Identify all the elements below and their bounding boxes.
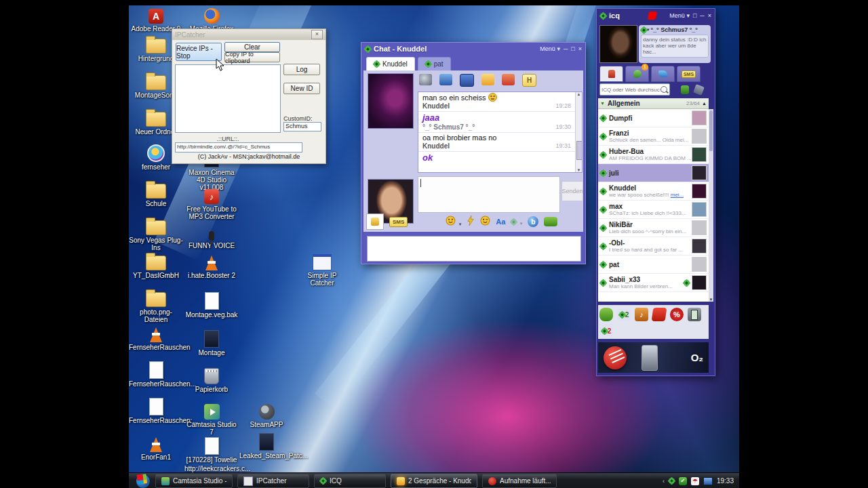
icq-help-icon[interactable]: 2 xyxy=(599,324,613,338)
tab-feeds[interactable] xyxy=(651,66,675,82)
network-icon[interactable] xyxy=(703,477,713,485)
chat-titlebar[interactable]: Chat - Knuddel Menü ▾ ─ □ × xyxy=(361,43,585,55)
log-button[interactable]: Log xyxy=(283,64,320,75)
taskbar-button-icq[interactable]: ICQ xyxy=(314,474,386,488)
desktop-icon-montage-bak[interactable]: Montage.veg.bak xyxy=(184,291,239,319)
music-icon[interactable]: ♪ xyxy=(635,308,648,321)
scroll-down-icon[interactable]: ▼ xyxy=(576,168,582,172)
taskbar-button-gespraeche[interactable]: 2 Gespräche - Knuddel xyxy=(391,474,477,488)
contact-row[interactable]: Sabii_x33Man kann Bilder verbren... xyxy=(598,274,709,292)
minimize-icon[interactable]: ─ xyxy=(700,12,704,19)
sms-button[interactable]: SMS xyxy=(389,217,408,227)
message-scrollbar[interactable]: ▲ ▼ xyxy=(575,92,582,172)
message-input[interactable] xyxy=(418,176,560,213)
start-button[interactable] xyxy=(136,474,151,488)
copy-ip-button[interactable]: Copy IP to clipboard xyxy=(224,52,280,62)
message-panel[interactable]: man so ein scheiss Knuddel19:28 jaaa °_°… xyxy=(418,92,583,173)
desktop-icon-fernseherrauschen-3[interactable]: FernseherRauschen:... xyxy=(129,397,183,424)
desktop-icon-steamapp[interactable]: SteamAPP xyxy=(239,401,294,428)
taskbar-button-aufnahme[interactable]: Aufnahme läuft... xyxy=(482,474,557,488)
group-header[interactable]: ▼ Allgemein 23/64 ▲ xyxy=(598,98,709,109)
security-shield-icon[interactable]: ✔ xyxy=(679,477,687,485)
icq2go-icon[interactable]: 2 xyxy=(617,308,631,321)
contacts-icon[interactable] xyxy=(502,74,515,85)
scroll-up-icon[interactable]: ▲ xyxy=(702,101,707,106)
taskbar-button-ipcatcher[interactable]: IPCatcher xyxy=(237,474,309,488)
scroll-up-icon[interactable]: ▲ xyxy=(576,92,582,96)
desktop-icon-leaked-steam[interactable]: Leaked_Steam_Patc... xyxy=(239,432,294,460)
microphone-icon[interactable] xyxy=(439,74,452,85)
scrollbar-thumb[interactable] xyxy=(576,141,583,160)
font-button[interactable]: Aa xyxy=(496,218,505,226)
desktop-icon-fernseherrauschen-1[interactable]: FernseherRauschen xyxy=(129,324,183,351)
flower-menu-button[interactable]: ▾ xyxy=(511,216,522,228)
screen-share-icon[interactable] xyxy=(460,74,474,87)
prosieben-icon[interactable] xyxy=(652,308,667,321)
contact-row[interactable]: Huber-BuaAM FREIDOG KIMMD DA BOM ... xyxy=(598,146,709,164)
tab-calls[interactable]: 1 xyxy=(625,66,649,82)
contact-row[interactable]: -ObI-I tried so hard and got so far ... xyxy=(598,237,709,256)
status-link[interactable]: mei... xyxy=(671,192,684,198)
settings-tools-icon[interactable] xyxy=(693,84,705,96)
tab-knuddel[interactable]: Knuddel xyxy=(366,57,415,70)
desktop-icon-ytdas[interactable]: YT_DasIGmbH xyxy=(129,252,183,279)
icq-tray-icon[interactable] xyxy=(669,478,675,484)
contact-row[interactable]: maxSChaTz: ich Liebe dich !!<333... xyxy=(598,201,709,219)
search-input[interactable] xyxy=(599,83,670,96)
close-icon[interactable]: × xyxy=(708,12,711,19)
close-icon[interactable]: × xyxy=(578,45,582,52)
deals-percent-icon[interactable]: % xyxy=(670,308,684,321)
receive-ips-stop-button[interactable]: Revice IPs - Stop xyxy=(176,43,222,61)
contact-row[interactable]: FranziSchluck den samen... Oida mei... xyxy=(598,127,709,146)
desktop-icon-ytmp3[interactable]: ♪ Free YouTube to MP3 Converter xyxy=(184,186,239,220)
tray-chevron-icon[interactable]: ‹ xyxy=(663,478,665,485)
desktop-icon-papierkorb[interactable]: Papierkorb xyxy=(184,366,239,393)
tab-sms[interactable]: SMS xyxy=(677,66,701,82)
send-button[interactable]: Senden xyxy=(561,181,583,201)
desktop-icon-towelie[interactable]: [170228] Towelie http://leekcrackers.c..… xyxy=(184,436,239,472)
avira-umbrella-icon[interactable]: ☂ xyxy=(691,477,699,485)
maximize-icon[interactable]: □ xyxy=(571,45,574,52)
webcam-icon[interactable] xyxy=(419,74,432,85)
contact-row[interactable]: NikiBärLieb dich sooo ^-^sorry bin ein..… xyxy=(598,219,709,237)
menu-button[interactable]: Menü ▾ xyxy=(540,45,560,52)
group-collapse-icon[interactable]: ▼ xyxy=(600,101,605,106)
scrollbar-thumb[interactable] xyxy=(709,110,713,151)
ip-listbox[interactable] xyxy=(175,64,281,133)
url-field[interactable]: http://birmindle.com/.@/?id=c_Schmus xyxy=(175,142,302,152)
desktop-icon-sony-vegas[interactable]: Sony Vegas Plug-Ins xyxy=(129,217,183,251)
desktop-icon-schule[interactable]: Schule xyxy=(129,180,183,207)
sound-smiley-button[interactable] xyxy=(480,216,490,228)
ipcatcher-titlebar[interactable]: IPCatcher × xyxy=(172,29,326,40)
user-status-row[interactable]: ▾ °_° Schmus7 °_° xyxy=(641,26,709,33)
contact-scrollbar[interactable]: ▼ xyxy=(709,109,713,302)
close-icon[interactable]: × xyxy=(311,30,323,39)
menu-button[interactable]: Menü ▾ xyxy=(669,12,690,19)
new-id-button[interactable]: New ID xyxy=(283,83,320,94)
status-message[interactable]: danny dein status :D:D ich kack aber wer… xyxy=(641,35,709,58)
send-file-icon[interactable] xyxy=(481,74,494,85)
desktop-icon-photopng[interactable]: photo.png-Dateien xyxy=(129,289,183,323)
taskbar-button-camtasia[interactable]: Camtasia Studio - Unb... xyxy=(155,474,233,488)
games-controller-icon[interactable] xyxy=(599,308,613,321)
games-controller-icon[interactable] xyxy=(544,217,557,226)
desktop-icon-enorfan[interactable]: EnorFan1 xyxy=(129,434,183,461)
custom-id-field[interactable]: Schmus xyxy=(283,122,321,131)
contact-row[interactable]: pat xyxy=(598,256,709,274)
icq-titlebar[interactable]: icq Menü ▾ □ ─ × xyxy=(597,9,715,22)
nudge-button[interactable] xyxy=(366,214,384,230)
emoticon-button[interactable]: ▾ xyxy=(446,216,461,228)
desktop-icon-fernseherrauschen-2[interactable]: FernseherRauschen... xyxy=(129,361,183,388)
desktop-icon-montage[interactable]: Montage xyxy=(184,329,239,357)
desktop-icon-simple-ip-catcher[interactable]: Simple IP Catcher xyxy=(295,252,349,287)
tab-contacts[interactable] xyxy=(599,66,623,82)
mobile-icon[interactable] xyxy=(688,308,701,321)
user-avatar[interactable] xyxy=(599,25,637,63)
maximize-icon[interactable]: □ xyxy=(693,12,696,19)
history-icon[interactable]: H xyxy=(522,74,536,87)
contact-row[interactable]: Dumpfi xyxy=(598,109,709,127)
xtraz-button[interactable]: b xyxy=(528,216,538,227)
buzz-button[interactable] xyxy=(467,216,475,228)
ad-banner[interactable]: O₂ xyxy=(598,342,709,373)
tab-pat[interactable]: pat xyxy=(418,57,451,70)
